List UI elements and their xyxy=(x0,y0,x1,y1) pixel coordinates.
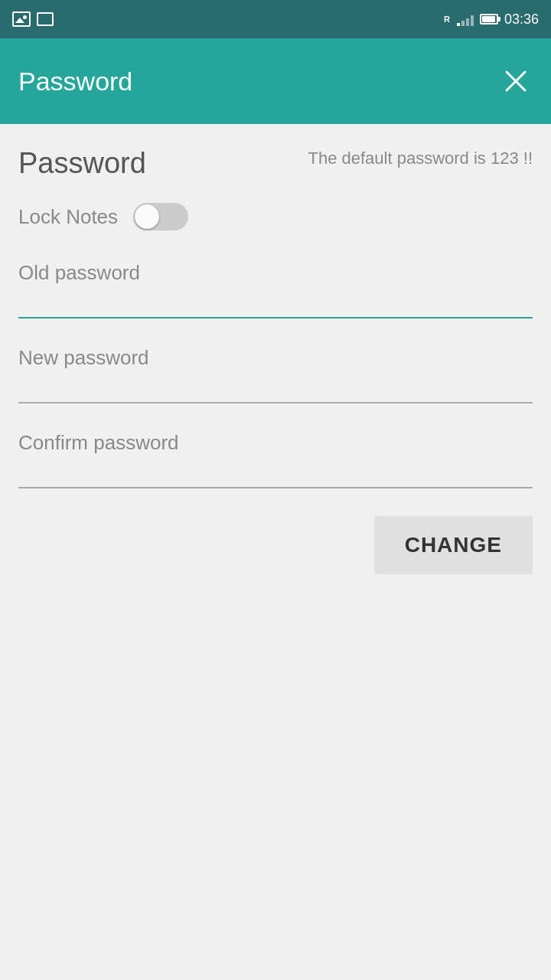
new-password-input[interactable] xyxy=(18,376,533,403)
app-bar: Password xyxy=(0,38,551,124)
battery-icon xyxy=(480,14,498,24)
change-button-container: CHANGE xyxy=(18,516,533,574)
lock-notes-toggle[interactable] xyxy=(133,203,188,230)
default-password-note: The default password is 123 !! xyxy=(308,147,533,171)
old-password-field: Old password xyxy=(18,261,533,318)
lock-notes-row: Lock Notes xyxy=(18,203,533,230)
password-header: Password The default password is 123 !! xyxy=(18,147,533,180)
square-icon xyxy=(37,12,54,26)
content-area: Password The default password is 123 !! … xyxy=(0,124,551,980)
toggle-thumb xyxy=(135,204,159,229)
confirm-password-label: Confirm password xyxy=(18,431,533,455)
old-password-label: Old password xyxy=(18,261,533,285)
new-password-field: New password xyxy=(18,346,533,403)
signal-icon xyxy=(457,12,474,26)
old-password-input[interactable] xyxy=(18,291,533,318)
app-bar-title: Password xyxy=(18,67,132,96)
status-bar: R 03:36 xyxy=(0,0,551,38)
new-password-label: New password xyxy=(18,346,533,370)
signal-r-label: R xyxy=(444,15,450,24)
close-icon xyxy=(502,67,530,95)
confirm-password-field: Confirm password xyxy=(18,431,533,488)
lock-notes-label: Lock Notes xyxy=(18,205,118,229)
change-button[interactable]: CHANGE xyxy=(374,516,533,574)
status-time: 03:36 xyxy=(504,11,539,28)
close-button[interactable] xyxy=(499,64,533,98)
confirm-password-input[interactable] xyxy=(18,461,533,488)
page-title: Password xyxy=(18,147,146,180)
image-icon xyxy=(12,11,31,27)
